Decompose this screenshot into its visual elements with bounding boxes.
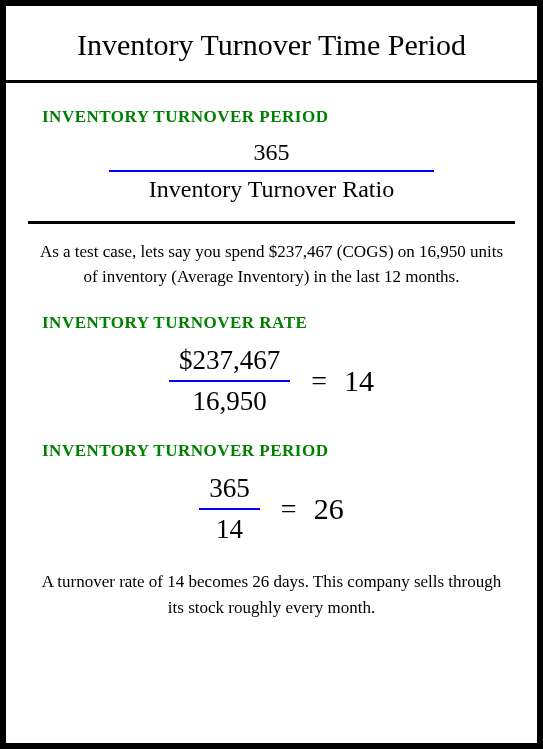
- rate-result: 14: [344, 364, 374, 398]
- section-heading-period-formula: INVENTORY TURNOVER PERIOD: [28, 107, 515, 127]
- period-example-result: 26: [314, 492, 344, 526]
- equals-sign: =: [281, 493, 297, 525]
- period-formula: 365 Inventory Turnover Ratio: [28, 139, 515, 203]
- period-example-fraction: 365 14: [199, 473, 260, 545]
- rate-denominator: 16,950: [169, 382, 290, 417]
- conclusion-text: A turnover rate of 14 becomes 26 days. T…: [28, 569, 515, 620]
- document-card: Inventory Turnover Time Period INVENTORY…: [0, 0, 543, 749]
- period-example-formula: 365 14 = 26: [28, 473, 515, 545]
- period-formula-numerator: 365: [109, 139, 434, 172]
- section-heading-period-example: INVENTORY TURNOVER PERIOD: [28, 441, 515, 461]
- content-area: INVENTORY TURNOVER PERIOD 365 Inventory …: [6, 107, 537, 620]
- rate-formula: $237,467 16,950 = 14: [28, 345, 515, 417]
- period-formula-fraction: 365 Inventory Turnover Ratio: [109, 139, 434, 203]
- period-example-denominator: 14: [199, 510, 260, 545]
- divider: [28, 221, 515, 224]
- rate-numerator: $237,467: [169, 345, 290, 382]
- example-text: As a test case, lets say you spend $237,…: [28, 240, 515, 289]
- period-example-numerator: 365: [199, 473, 260, 510]
- period-formula-denominator: Inventory Turnover Ratio: [109, 172, 434, 203]
- equals-sign: =: [311, 365, 327, 397]
- page-title: Inventory Turnover Time Period: [6, 6, 537, 83]
- rate-fraction: $237,467 16,950: [169, 345, 290, 417]
- section-heading-rate: INVENTORY TURNOVER RATE: [28, 313, 515, 333]
